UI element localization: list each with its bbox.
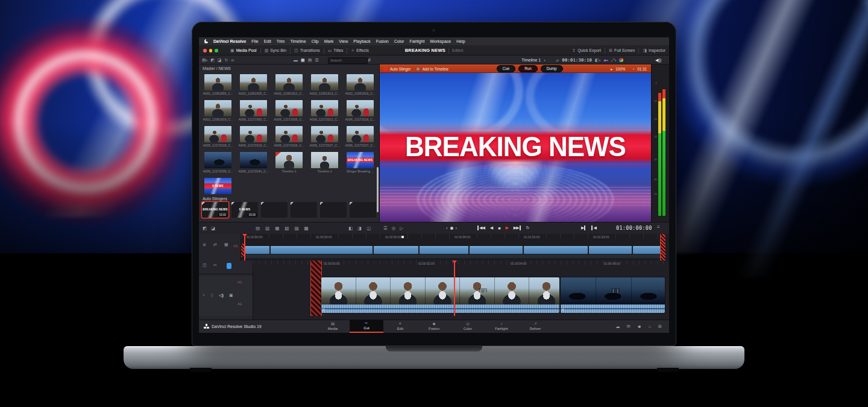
detail-playhead[interactable]	[454, 260, 455, 316]
menu-timeline[interactable]: Timeline	[290, 39, 306, 43]
menu-workspace[interactable]: Workspace	[430, 39, 451, 43]
zoom-window-button[interactable]	[215, 49, 218, 52]
menu-clip[interactable]: Clip	[312, 39, 319, 43]
overview-playhead[interactable]	[244, 234, 245, 260]
timeline-item[interactable]: Timeline 1	[271, 151, 307, 177]
cloud-icon[interactable]: ☁	[615, 324, 620, 329]
media-clip[interactable]: 6 NEWS	[200, 177, 236, 196]
loop-button[interactable]: ↻	[526, 226, 530, 230]
import-folder-icon[interactable]: ◪	[218, 58, 222, 63]
snapping-icon[interactable]	[227, 263, 231, 269]
list-view-icon[interactable]: ☰	[315, 58, 318, 63]
media-clip[interactable]: A002_12061912_C...	[271, 73, 307, 99]
viewer-video[interactable]: BREAKING NEWS	[380, 73, 651, 222]
timeline-item[interactable]: Timeline 2	[307, 151, 342, 177]
media-clip[interactable]: A002_12061905_C...	[236, 73, 271, 99]
stinger-slot-2[interactable]: 6 NEWS03:00	[231, 202, 258, 218]
media-clip[interactable]: A006_12171950_C...	[236, 99, 271, 125]
jog-control[interactable]: ‹›	[446, 222, 457, 234]
track-cam-icon[interactable]: ▦	[224, 242, 228, 247]
apple-icon[interactable]	[204, 39, 208, 43]
filmstrip-view-icon[interactable]: ▤	[308, 58, 312, 63]
clip-marker[interactable]	[401, 236, 404, 238]
tools-icon[interactable]: ☰	[383, 226, 388, 231]
titles-tool-icon[interactable]: ◨	[357, 226, 362, 231]
play-button[interactable]: ▶	[505, 226, 508, 230]
ripple-overwrite-icon[interactable]: ▦	[275, 226, 279, 231]
video-out-icon[interactable]: ◧▾	[595, 58, 600, 63]
overview-clips[interactable]	[245, 246, 660, 254]
record-dot-icon[interactable]	[384, 68, 387, 71]
dump-button[interactable]: Dump	[541, 65, 563, 72]
media-clip[interactable]: A006_12172041_C...	[236, 151, 271, 177]
media-clip[interactable]: A006_12172039_C...	[200, 151, 236, 177]
media-clip[interactable]: A006_12172026_C...	[271, 125, 307, 151]
boring-detector-icon[interactable]: ▷	[400, 226, 403, 231]
cue-button[interactable]: Cue	[497, 65, 516, 72]
close-window-button[interactable]	[203, 49, 207, 52]
camera-icon[interactable]: ◎	[392, 226, 396, 231]
tab-edit[interactable]: ≡Edit	[383, 320, 417, 333]
timeline-options-menu-icon[interactable]: ≡	[657, 224, 660, 230]
stinger-slot-6[interactable]: 6	[350, 202, 376, 218]
overview-clip[interactable]	[374, 246, 418, 254]
strip-view-icon[interactable]: ▬	[294, 58, 298, 62]
transitions-button[interactable]: ◫Transitions	[294, 48, 320, 53]
tab-cut[interactable]: ✂Cut	[350, 320, 383, 333]
sort-icon[interactable]: ⇵	[368, 58, 371, 63]
place-on-top-icon[interactable]: ▤	[256, 226, 260, 231]
source-overwrite-icon[interactable]: ▥	[265, 226, 269, 231]
menu-file[interactable]: File	[251, 39, 258, 43]
run-button[interactable]: Run	[518, 65, 538, 72]
overview-clip[interactable]	[524, 246, 588, 254]
playback-speed[interactable]: 100%	[615, 67, 625, 71]
tab-color[interactable]: ◎Color	[451, 320, 485, 333]
menu-trim[interactable]: Trim	[277, 39, 285, 43]
menu-view[interactable]: View	[339, 39, 348, 43]
tab-media[interactable]: ▤Media	[316, 320, 350, 333]
edit-point-indicator[interactable]: ❲·❳	[611, 288, 620, 292]
step-back-button[interactable]: ◀	[490, 226, 492, 230]
media-clip[interactable]: BREAKING NEWSStinger Breaking ...	[342, 151, 378, 177]
audio-monitor[interactable]: ◀))	[655, 55, 661, 65]
thumbnail-view-icon[interactable]: ▦	[301, 58, 305, 63]
link-icon[interactable]: ∞	[231, 58, 234, 62]
overwrite-icon[interactable]: ▩	[304, 226, 308, 231]
track-tools-icon[interactable]: ≣	[203, 242, 206, 247]
go-to-end-button[interactable]: ▶▶	[514, 226, 521, 230]
gray-dot-icon[interactable]	[417, 68, 420, 71]
breadcrumb[interactable]: Master / NEWS	[203, 66, 231, 71]
overview-clip[interactable]	[589, 246, 632, 254]
menu-color[interactable]: Color	[394, 39, 404, 43]
inspector-button[interactable]: ◨Inspector	[643, 48, 665, 53]
quick-export-button[interactable]: ↥Quick Export	[572, 48, 601, 53]
bin-icon[interactable]: ▤▾	[202, 58, 207, 63]
effects-tool-icon[interactable]: ◫	[366, 226, 371, 231]
effects-button[interactable]: ✧Effects	[351, 48, 369, 53]
timeline-clip-interview[interactable]: ©	[321, 277, 559, 313]
stinger-slot-3[interactable]: 3	[261, 202, 288, 218]
track-swap-icon[interactable]: ⇄	[213, 242, 217, 247]
smart-insert-icon[interactable]: ◩	[203, 226, 207, 231]
menu-fusion[interactable]: Fusion	[376, 39, 389, 43]
tab-fairlight[interactable]: ♪Fairlight	[485, 320, 518, 333]
stop-button[interactable]: ■	[498, 226, 500, 230]
go-to-start-button[interactable]: ◀◀	[477, 226, 485, 230]
media-clip[interactable]: A006_12172018_C...	[200, 125, 236, 151]
messages-icon[interactable]: ✉	[627, 324, 631, 329]
full-extent-icon[interactable]: ◫	[203, 263, 207, 268]
app-menu[interactable]: DaVinci Resolve	[213, 39, 246, 43]
transition-tool-icon[interactable]: ◧	[348, 226, 353, 231]
stinger-slot-4[interactable]: 4	[291, 202, 317, 218]
tab-fusion[interactable]: ◆Fusion	[417, 320, 451, 333]
timeline-clip-street[interactable]: ©	[561, 277, 665, 313]
media-pool-button[interactable]: ▣Media Pool	[230, 48, 257, 53]
overview-clip[interactable]	[245, 246, 269, 254]
speaker-icon[interactable]: ◁)	[219, 293, 224, 298]
media-clip[interactable]: A006_12172016_C...	[342, 99, 378, 125]
pip-icon[interactable]: ▣	[229, 293, 233, 298]
titles-button[interactable]: ▭Titles	[328, 48, 344, 53]
color-viewer-icon[interactable]	[619, 58, 623, 62]
multicam-icon[interactable]: ▰▾	[603, 58, 608, 63]
lock-icon[interactable]: ▯	[211, 293, 213, 298]
